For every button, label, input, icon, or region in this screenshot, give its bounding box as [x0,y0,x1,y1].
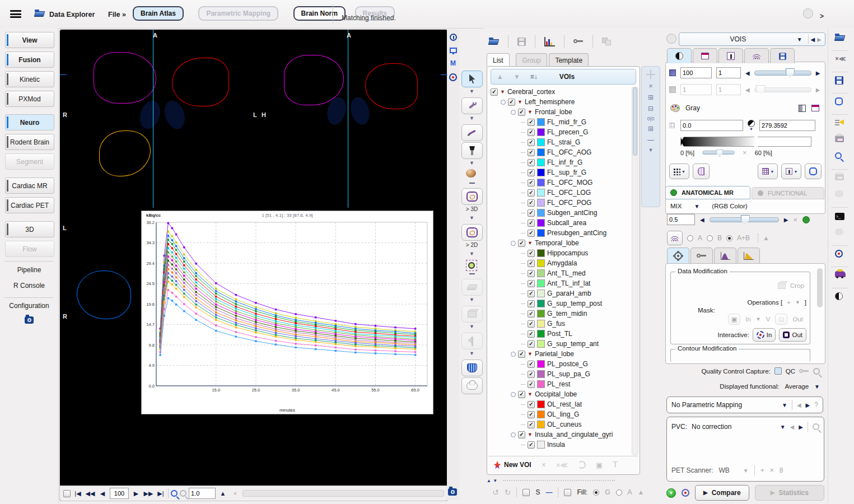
print2-icon[interactable] [835,174,844,180]
first-frame-button[interactable]: |◀ [73,490,83,497]
tree-connector-knot[interactable] [511,352,516,357]
scanner-x[interactable]: × [770,466,774,474]
frame2-slider-thumb[interactable] [756,85,765,95]
pvc-dropdown-icon[interactable]: ▼ [780,424,786,430]
tree-expander-icon[interactable]: ▼ [500,89,505,95]
voi-label[interactable]: Post_TL [547,330,572,338]
voi-color-chip[interactable] [537,310,545,318]
mask-dropdown-icon[interactable]: ▼ [756,317,761,322]
s-checkbox[interactable] [522,489,530,496]
more-dropdown-icon[interactable]: ▼ [648,147,654,153]
tab-histogram[interactable] [714,248,736,264]
move-down-icon[interactable]: ▼ [514,73,520,80]
voi-label[interactable]: Subgen_antCing [547,209,597,217]
tool-dropdown[interactable]: ▼ [459,251,484,256]
voi-color-chip[interactable] [537,128,545,136]
brush-tool-button[interactable] [461,142,483,159]
voi-visibility-checkbox[interactable] [518,431,525,438]
voi-label[interactable]: G_paraH_amb [547,290,591,297]
displayed-value[interactable]: Average [785,383,809,390]
voi-label[interactable]: Occipital_lobe [535,390,577,398]
voi-label[interactable]: G_fus [547,320,565,328]
voi-tab-group[interactable]: Group [516,53,547,67]
voi-color-chip[interactable] [537,199,545,207]
voi-color-chip[interactable] [537,169,545,176]
tool-dropdown[interactable]: ▼ [459,215,484,221]
tab-contrast[interactable] [667,48,692,63]
tree-connector-knot[interactable] [511,432,516,437]
voi-label[interactable]: Presubgen_antCing [547,229,606,237]
voi-label[interactable]: FL_sup_fr_G [547,169,586,176]
voi-label[interactable]: FL_strai_G [547,138,580,146]
tool-dropdown[interactable]: ▼ [459,115,484,121]
sync-checkbox[interactable] [63,490,71,497]
plane-next-icon[interactable]: ▶ [816,70,820,76]
lower-threshold-input[interactable] [680,120,743,131]
print-icon[interactable] [835,136,844,142]
voi-label[interactable]: FL_mid_fr_G [547,118,586,126]
eraser-tool-button[interactable] [461,279,483,296]
voi-tools-icon[interactable] [573,39,584,44]
eraser-3d-tool-button[interactable] [461,306,483,323]
voi-label[interactable]: Ant_TL_med [547,269,586,277]
next-frame-button[interactable]: ▶ [131,490,141,497]
voi-visibility-checkbox[interactable] [528,119,535,126]
frame-input[interactable] [716,67,741,78]
crop-icon[interactable] [778,283,786,289]
fast-forward-button[interactable]: ▶▶ [143,490,153,497]
voi-label[interactable]: Insula [547,441,565,449]
sidebar-item-segment[interactable]: Segment [5,153,54,170]
voi-visibility-checkbox[interactable] [528,199,535,207]
voi-label[interactable]: PL_postce_G [547,360,588,368]
voi-visibility-checkbox[interactable] [528,300,535,307]
auto-window-icon[interactable]: ▼ [748,120,755,131]
mix-dropdown-icon[interactable]: ▼ [694,203,699,209]
tab-functional[interactable]: FUNCTIONAL [752,187,824,199]
paste-icon[interactable]: ⊟ [648,105,654,113]
palette-icon[interactable] [670,104,680,112]
voi-row[interactable]: Presubgen_antCing [488,228,632,238]
voi-label[interactable]: FL_precen_G [547,128,588,136]
voi-label[interactable]: Cerebral_cortex [507,88,555,96]
voi-visibility-checkbox[interactable] [528,149,535,156]
pmap-prev-icon[interactable]: ◀ [797,402,801,408]
voi-row[interactable]: G_sup_temp_ant [488,339,632,349]
scanner-link[interactable]: 8 [780,466,783,474]
voi-color-chip[interactable] [537,249,545,257]
voi-visibility-checkbox[interactable] [528,381,535,388]
voi-visibility-checkbox[interactable] [528,250,535,257]
sidebar-item-3d[interactable]: 3D [5,221,54,237]
accept-icon[interactable] [666,488,676,498]
configuration-capture-icon[interactable] [25,316,34,324]
voi-tab-list[interactable]: List [487,53,510,67]
voi-visibility-checkbox[interactable] [528,441,535,449]
voi-visibility-checkbox[interactable] [528,340,535,348]
voi-label[interactable]: Temporal_lobe [535,239,579,247]
parametric-mapping-value[interactable]: No Parametric Mapping [671,401,777,409]
sphere-tool-icon[interactable] [466,169,476,178]
voi-row[interactable]: Subcall_area [488,218,632,228]
minus-icon[interactable]: — [545,489,552,496]
voi-visibility-checkbox[interactable] [528,129,535,136]
voi-row[interactable]: G_sup_temp_post [488,298,632,309]
iso-2d-tool-button[interactable] [461,224,483,241]
tool-dropdown[interactable]: ▼ [459,324,484,329]
voi-color-chip[interactable] [537,370,545,378]
sidebar-item-neuro[interactable]: Neuro [5,114,54,130]
tree-expander-icon[interactable]: ▼ [528,432,533,437]
tree-connector-knot[interactable] [501,100,506,105]
voi-label[interactable]: Frontal_lobe [535,108,572,116]
voi-visibility-checkbox[interactable] [528,280,535,287]
voi-visibility-checkbox[interactable] [528,220,535,227]
sort-icon[interactable]: ≡↓ [530,73,538,80]
voi-label[interactable]: Parietal_lobe [535,350,574,358]
tree-connector-knot[interactable] [511,392,516,397]
interactive-out-button[interactable]: Out [779,328,806,342]
monitor-icon[interactable] [450,48,457,53]
slices-tool-button[interactable] [461,360,483,376]
collapse-circle-button[interactable] [666,34,676,44]
voi-row[interactable]: FL_sup_fr_G [488,167,632,178]
module-tab-brain-atlas[interactable]: Brain Atlas [133,6,184,21]
voi-label[interactable]: Subcall_area [547,219,586,227]
voi-visibility-checkbox[interactable] [528,290,535,297]
